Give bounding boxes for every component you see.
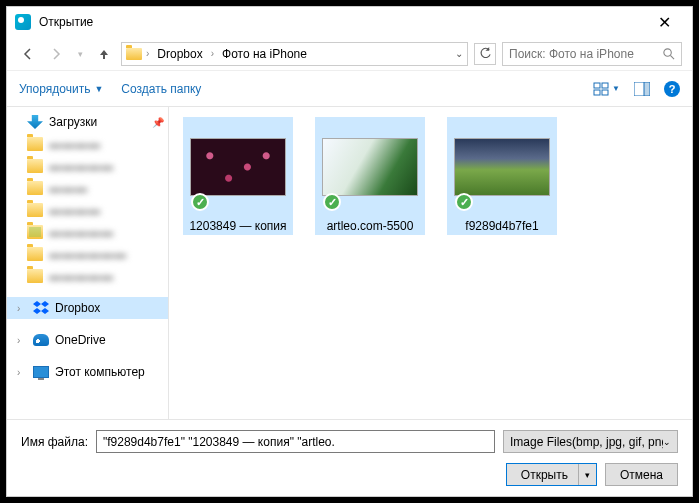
file-item[interactable]: ✓ artleo.com-5500 [315,117,425,235]
chevron-down-icon: ▼ [612,84,620,93]
pin-icon: 📌 [152,117,164,128]
tree-item[interactable]: ▬▬▬▬ [7,133,168,155]
file-name-label: 1203849 — копия [183,217,293,235]
chevron-right-icon: › [211,48,214,59]
tree-item-this-pc[interactable]: › Этот компьютер [7,361,168,383]
svg-line-1 [670,55,674,59]
new-folder-button[interactable]: Создать папку [121,82,201,96]
address-dropdown-icon[interactable]: ⌄ [455,48,463,59]
tree-item[interactable]: ▬▬▬▬▬ [7,265,168,287]
folder-icon [27,159,43,173]
file-name-label: artleo.com-5500 [315,217,425,235]
window-title: Открытие [39,15,93,29]
navigation-tree: Загрузки 📌 ▬▬▬▬ ▬▬▬▬▬ ▬▬▬ ▬▬▬▬ ▬▬▬▬▬ ▬▬▬… [7,107,169,419]
onedrive-icon [33,334,49,346]
forward-button[interactable] [45,43,67,65]
tree-item[interactable]: ▬▬▬▬ [7,199,168,221]
search-icon [662,47,675,60]
svg-rect-3 [602,83,608,88]
open-button[interactable]: Открыть ▾ [506,463,597,486]
expand-chevron-icon[interactable]: › [17,367,27,378]
downloads-icon [27,115,43,129]
sync-check-icon: ✓ [455,193,473,211]
address-bar[interactable]: › Dropbox › Фото на iPhone ⌄ [121,42,468,66]
thumbnail-image [190,138,286,196]
cancel-button[interactable]: Отмена [605,463,678,486]
expand-chevron-icon[interactable]: › [17,335,27,346]
chevron-down-icon: ▼ [94,84,103,94]
tree-item[interactable]: ▬▬▬▬▬▬ [7,243,168,265]
dropbox-icon [33,300,49,316]
file-item[interactable]: ✓ f9289d4b7fe1 [447,117,557,235]
svg-rect-4 [594,90,600,95]
search-box[interactable] [502,42,682,66]
svg-point-0 [664,49,671,56]
chevron-down-icon: ⌄ [663,437,671,447]
dialog-footer: Имя файла: Image Files(bmp, jpg, gif, pn… [7,419,692,496]
svg-rect-7 [644,82,650,96]
file-type-filter[interactable]: Image Files(bmp, jpg, gif, png, ⌄ [503,430,678,453]
tree-item[interactable]: ▬▬▬▬▬ [7,155,168,177]
filename-input[interactable] [96,430,495,453]
this-pc-icon [33,366,49,378]
filename-label: Имя файла: [21,435,88,449]
organize-menu[interactable]: Упорядочить ▼ [19,82,103,96]
close-button[interactable]: ✕ [644,13,684,32]
folder-icon [27,247,43,261]
tree-item-dropbox[interactable]: › Dropbox [7,297,168,319]
up-button[interactable] [93,43,115,65]
open-dropdown-icon[interactable]: ▾ [578,464,596,485]
navigation-bar: ▾ › Dropbox › Фото на iPhone ⌄ [7,37,692,71]
tree-item[interactable]: ▬▬▬▬▬ [7,221,168,243]
open-dialog-window: Открытие ✕ ▾ › Dropbox › Фото на iPhone … [6,6,693,497]
folder-icon [27,225,43,239]
preview-pane-button[interactable] [634,82,650,96]
breadcrumb-segment[interactable]: Фото на iPhone [218,47,311,61]
folder-icon [27,137,43,151]
svg-rect-2 [594,83,600,88]
tree-item-onedrive[interactable]: › OneDrive [7,329,168,351]
back-button[interactable] [17,43,39,65]
file-list[interactable]: ✓ 1203849 — копия ✓ artleo.com-5500 ✓ f9… [169,107,692,419]
thumbnail-image [322,138,418,196]
titlebar: Открытие ✕ [7,7,692,37]
chevron-right-icon: › [146,48,149,59]
folder-icon [27,203,43,217]
folder-icon [27,181,43,195]
view-options-button[interactable]: ▼ [593,82,620,96]
sync-check-icon: ✓ [323,193,341,211]
file-name-label: f9289d4b7fe1 [447,217,557,235]
thumbnail-image [454,138,550,196]
breadcrumb-segment[interactable]: Dropbox [153,47,206,61]
sync-check-icon: ✓ [191,193,209,211]
toolbar: Упорядочить ▼ Создать папку ▼ ? [7,71,692,107]
history-dropdown[interactable]: ▾ [73,43,87,65]
file-item[interactable]: ✓ 1203849 — копия [183,117,293,235]
app-icon [15,14,31,30]
folder-icon [126,48,142,60]
tree-item-downloads[interactable]: Загрузки 📌 [7,111,168,133]
svg-rect-5 [602,90,608,95]
tree-item[interactable]: ▬▬▬ [7,177,168,199]
folder-icon [27,269,43,283]
search-input[interactable] [509,47,662,61]
expand-chevron-icon[interactable]: › [17,303,27,314]
help-button[interactable]: ? [664,81,680,97]
refresh-button[interactable] [474,43,496,65]
